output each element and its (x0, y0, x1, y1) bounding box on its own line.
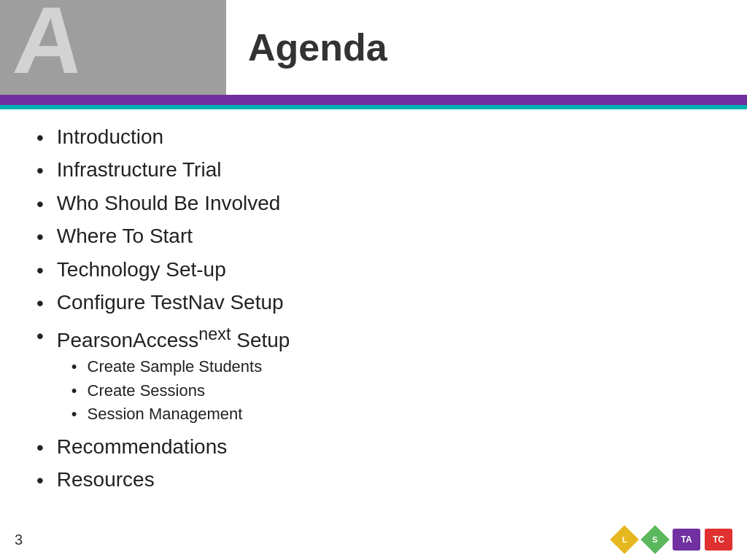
footer-icons: LSTATC (611, 526, 732, 553)
footer: 3 LSTATC (15, 526, 732, 553)
agenda-item-recommendations: Recommendations (36, 434, 711, 461)
sub-item-sessions: Create Sessions (71, 381, 711, 402)
header: A Agenda (0, 0, 747, 95)
sub-item-session-mgmt: Session Management (71, 404, 711, 425)
bullet-text-tech: Technology Set-up (57, 257, 226, 283)
header-logo: A (0, 0, 226, 95)
agenda-item-configure: Configure TestNav Setup (36, 289, 711, 316)
page-title: Agenda (248, 26, 387, 69)
agenda-list: IntroductionInfrastructure TrialWho Shou… (36, 124, 711, 494)
bullet-text-where: Where To Start (57, 223, 193, 249)
bullet-text-pearson: PearsonAccessnext Setup (57, 329, 290, 351)
agenda-item-tech: Technology Set-up (36, 257, 711, 284)
header-title-area: Agenda (226, 0, 747, 95)
bullet-text-infra: Infrastructure Trial (57, 157, 222, 183)
bullet-text-who: Who Should Be Involved (57, 190, 281, 217)
bullet-text-configure: Configure TestNav Setup (57, 289, 284, 316)
bullet-text-intro: Introduction (57, 124, 163, 150)
teal-bar (0, 105, 747, 109)
agenda-item-where: Where To Start (36, 223, 711, 250)
logo-letter: A (10, 0, 87, 88)
bullet-text-recommendations: Recommendations (57, 434, 227, 460)
agenda-item-infra: Infrastructure Trial (36, 157, 711, 184)
agenda-item-intro: Introduction (36, 124, 711, 151)
purple-bar (0, 95, 747, 105)
agenda-item-who: Who Should Be Involved (36, 190, 711, 217)
footer-icon-ta: TA (673, 529, 700, 551)
page-number: 3 (15, 532, 23, 548)
footer-icon-s: S (642, 526, 668, 553)
bullet-text-resources: Resources (57, 467, 155, 493)
agenda-item-resources: Resources (36, 467, 711, 494)
sub-list-pearson: Create Sample StudentsCreate SessionsSes… (71, 357, 711, 425)
footer-icon-tc: TC (705, 529, 732, 551)
footer-icon-l: L (611, 526, 638, 553)
content-area: IntroductionInfrastructure TrialWho Shou… (0, 109, 747, 515)
color-bars (0, 95, 747, 109)
sub-item-sample: Create Sample Students (71, 357, 711, 378)
agenda-item-pearson: PearsonAccessnext SetupCreate Sample Stu… (36, 322, 711, 428)
